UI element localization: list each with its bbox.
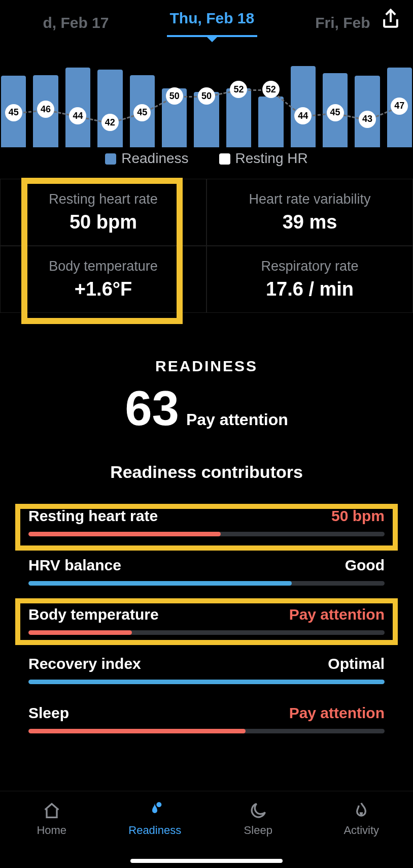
svg-point-0 [157,802,162,807]
stat-value: 39 ms [283,211,337,233]
chart-bar[interactable]: 52 [258,57,283,147]
tab-label: Home [37,824,66,837]
resting-hr-dot: 42 [101,114,119,131]
contributor-row[interactable]: SleepPay attention [28,704,385,733]
contributor-bar [28,680,385,684]
stat-value: 17.6 / min [266,278,354,300]
stat-label: Body temperature [49,259,158,274]
contributor-label: Recovery index [28,655,141,672]
contributor-value: 50 bpm [331,507,385,525]
chart-bar[interactable]: 43 [355,57,380,147]
stat-value: +1.6°F [75,278,132,300]
contributor-value: Pay attention [289,606,385,623]
resting-hr-dot: 44 [69,107,86,124]
score-status: Pay attention [186,410,288,429]
tab-readiness[interactable]: Readiness [104,791,207,868]
readiness-bar [97,70,122,147]
resting-hr-dot: 45 [133,104,151,121]
share-button[interactable] [380,8,402,30]
contributor-row[interactable]: Body temperaturePay attention [28,606,385,635]
flame-icon [351,800,371,821]
moon-icon [248,800,268,821]
stat-label: Resting heart rate [49,191,158,207]
readiness-icon [145,800,165,821]
tab-activity[interactable]: Activity [310,791,414,868]
chart-legend: Readiness Resting HR [0,150,413,167]
contributor-value: Optimal [328,655,385,672]
legend-readiness: Readiness [105,150,188,167]
contributor-row[interactable]: Recovery indexOptimal [28,655,385,684]
resting-hr-dot: 50 [166,87,183,105]
stat-label: Heart rate variability [249,191,370,207]
contributor-label: HRV balance [28,557,121,574]
contributors-title: Readiness contributors [28,462,385,482]
contributor-label: Body temperature [28,606,159,623]
home-indicator[interactable] [130,859,283,863]
stat-resting-heart-rate[interactable]: Resting heart rate 50 bpm [0,179,206,246]
resting-hr-dot: 43 [359,111,376,128]
stat-label: Respiratory rate [261,259,358,274]
chart-bar[interactable]: 46 [33,57,58,147]
score-value: 63 [125,384,179,433]
stat-heart-rate-variability[interactable]: Heart rate variability 39 ms [206,179,413,246]
readiness-contributors: Readiness contributors Resting heart rat… [0,462,413,754]
contributor-label: Sleep [28,704,69,722]
chart-bar[interactable]: 45 [323,57,348,147]
resting-hr-dot: 45 [327,104,344,121]
chart-bar[interactable]: 45 [130,57,155,147]
home-icon [42,800,62,821]
stat-body-temperature[interactable]: Body temperature +1.6°F [0,246,206,313]
date-next[interactable]: Fri, Feb [315,14,370,31]
stat-value: 50 bpm [70,211,137,233]
readiness-bar [258,97,283,147]
tab-label: Activity [343,824,379,837]
chart-bar[interactable]: 44 [291,57,316,147]
legend-resting-hr: Resting HR [219,150,308,167]
resting-hr-dot: 52 [262,81,280,98]
tab-bar: Home Readiness Sleep Activity [0,791,413,868]
score-title: READINESS [0,358,413,375]
contributor-label: Resting heart rate [28,507,158,525]
tab-label: Readiness [128,824,181,837]
chart-bar[interactable]: 52 [226,57,251,147]
chart-bar[interactable]: 42 [97,57,122,147]
date-current[interactable]: Thu, Feb 18 [170,10,255,36]
contributor-value: Pay attention [289,704,385,722]
contributor-bar [28,581,385,586]
stat-respiratory-rate[interactable]: Respiratory rate 17.6 / min [206,246,413,313]
readiness-chart[interactable]: 45464442455050525244454347 [0,57,413,147]
chart-bar[interactable]: 50 [194,57,219,147]
contributor-bar [28,630,385,635]
resting-hr-dot: 47 [391,98,408,115]
contributor-bar [28,532,385,536]
resting-hr-dot: 52 [230,81,247,98]
date-prev[interactable]: d, Feb 17 [43,14,109,31]
resting-hr-dot: 46 [37,101,54,118]
tab-sleep[interactable]: Sleep [206,791,310,868]
chart-bar[interactable]: 44 [65,57,90,147]
contributor-value: Good [345,557,385,574]
contributor-row[interactable]: Resting heart rate50 bpm [28,507,385,536]
resting-hr-dot: 44 [294,107,312,124]
contributor-row[interactable]: HRV balanceGood [28,557,385,586]
tab-label: Sleep [244,824,272,837]
share-icon [380,8,402,30]
resting-hr-dot: 50 [198,87,215,105]
chart-bar[interactable]: 47 [387,57,412,147]
readiness-bar [291,66,316,147]
resting-hr-dot: 45 [5,104,22,121]
chart-bar[interactable]: 45 [1,57,26,147]
tab-home[interactable]: Home [0,791,104,868]
contributor-bar [28,729,385,733]
date-strip: d, Feb 17 Thu, Feb 18 Fri, Feb [0,5,413,41]
readiness-score-block: READINESS 63 Pay attention [0,358,413,433]
stats-grid: Resting heart rate 50 bpm Heart rate var… [0,179,413,313]
